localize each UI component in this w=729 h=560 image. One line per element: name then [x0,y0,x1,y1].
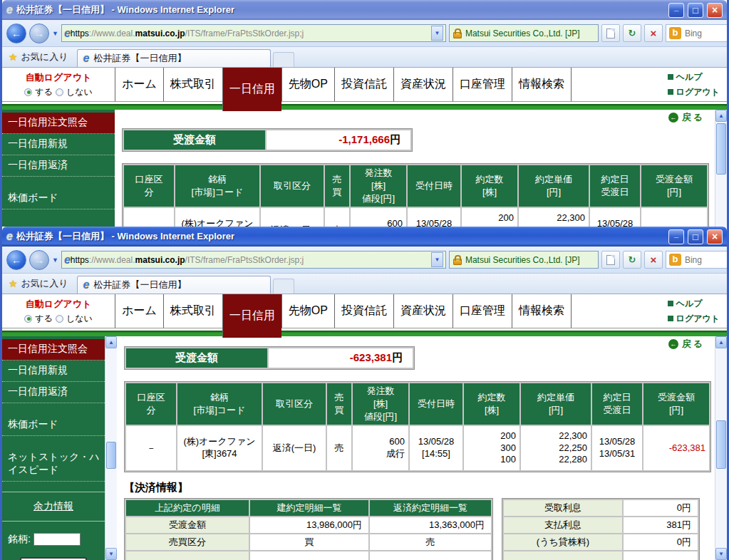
lock-icon [453,259,462,265]
minimize-button[interactable] [668,3,684,18]
sidebar-item-netstock-highspeed[interactable]: ネットストック・ハイスピード [2,447,105,482]
scroll-thumb[interactable] [716,420,726,469]
forward-button[interactable] [29,24,49,43]
back-page-link[interactable]: 戻る [668,338,705,351]
nav-tab-futures[interactable]: 先物OP [281,294,334,328]
help-link[interactable]: ヘルプ [668,298,720,310]
nav-tab-futures[interactable]: 先物OP [281,68,334,101]
nav-tab-account[interactable]: 口座管理 [453,68,512,101]
back-button[interactable] [6,24,26,43]
favorites-button[interactable]: お気に入り [6,274,75,294]
title-bar[interactable]: 松井証券【一日信用】 - Windows Internet Explorer [2,0,727,20]
symbol-search-button[interactable]: 銘柄検索 [20,557,87,560]
maximize-button[interactable] [688,3,703,18]
scroll-up-button[interactable] [715,110,727,122]
nav-tab-assets[interactable]: 資産状況 [393,68,453,101]
tab-title: 松井証券【一日信用】 [93,52,186,65]
browser-tab[interactable]: 松井証券【一日信用】 [77,49,271,67]
settlement-info-title: 【決済情報】 [124,481,715,494]
scroll-down-button[interactable] [105,548,117,560]
scroll-up-button[interactable] [715,336,727,348]
url-field[interactable]: https://www.deal.matsui.co.jp/ITS/frame/… [61,24,446,42]
back-page-link[interactable]: 戻る [668,111,705,124]
logout-link[interactable]: ログアウト [668,313,720,325]
history-dropdown[interactable] [52,30,58,37]
page-content: 一日信用注文照会 一日信用新規 一日信用返済 株価ボード ネットストック・ハイス… [2,336,727,560]
security-badge[interactable]: Matsui Securities Co.,Ltd. [JP] [449,24,599,42]
scroll-down-button[interactable] [715,548,727,560]
favorites-button[interactable]: お気に入り [6,48,75,67]
url-dropdown-button[interactable] [431,252,443,267]
nav-tab-account[interactable]: 口座管理 [453,294,512,328]
compatibility-button[interactable] [601,24,620,42]
open-detail-link[interactable]: 建約定明細一覧 [250,500,368,516]
new-tab-stub[interactable] [273,52,294,67]
scroll-thumb[interactable] [716,123,726,175]
auto-logout-on-radio[interactable] [24,315,32,323]
nav-tab-info[interactable]: 情報検索 [512,68,572,101]
interest-table: 受取利息 0円 支払利息 381円 (うち貸株料) 0円 [502,498,700,560]
nav-tab-daymargin[interactable]: 一日信用 [222,294,281,338]
forward-button[interactable] [29,250,49,270]
minimize-button[interactable] [668,229,684,244]
nav-tab-daymargin[interactable]: 一日信用 [222,68,281,111]
nav-tab-home[interactable]: ホーム [115,68,163,101]
scroll-up-button[interactable] [105,336,117,348]
sidebar-item-new[interactable]: 一日信用新規 [2,361,105,382]
margin-info-link[interactable]: 余力情報 [2,492,105,522]
refresh-button[interactable] [623,251,641,269]
sidebar-scrollbar[interactable] [105,336,117,560]
nav-tab-assets[interactable]: 資産状況 [393,294,453,328]
triangle-up-icon [718,113,724,119]
url-dropdown-button[interactable] [431,26,443,41]
help-link[interactable]: ヘルプ [668,71,720,83]
search-input[interactable] [685,28,729,38]
stop-button[interactable] [644,24,663,42]
compatibility-button[interactable] [601,251,620,269]
logout-link[interactable]: ログアウト [668,86,720,98]
security-badge[interactable]: Matsui Securities Co.,Ltd. [JP] [449,251,599,269]
summary-value: -623,381円 [269,348,413,368]
main-scrollbar[interactable] [715,110,727,229]
back-button[interactable] [6,250,26,270]
close-button[interactable] [707,3,723,18]
sidebar-item-repay[interactable]: 一日信用返済 [2,155,115,177]
browser-tab[interactable]: 松井証券【一日信用】 [77,276,271,294]
stop-button[interactable] [644,251,663,269]
nav-tab-stock[interactable]: 株式取引 [163,294,222,328]
history-dropdown[interactable] [52,256,58,264]
sidebar-item-order-inquiry[interactable]: 一日信用注文照会 [2,339,105,361]
close-button[interactable] [707,229,723,244]
auto-logout-on-label: する [35,313,53,325]
nav-tab-funds[interactable]: 投資信託 [334,294,393,328]
page-icon [606,255,615,265]
symbol-input[interactable] [33,533,81,546]
new-tab-stub[interactable] [273,279,294,294]
symbol-label: 銘柄: [8,533,31,546]
auto-logout-off-radio[interactable] [56,88,63,96]
scroll-thumb[interactable] [106,442,116,469]
auto-logout-on-radio[interactable] [24,88,32,96]
nav-tab-funds[interactable]: 投資信託 [334,68,393,101]
back-circle-icon [668,113,678,123]
sidebar-item-price-board[interactable]: 株価ボード [2,188,115,209]
url-field[interactable]: https://www.deal.matsui.co.jp/ITS/frame/… [61,251,446,269]
triangle-down-icon [718,551,724,557]
sidebar-item-order-inquiry[interactable]: 一日信用注文照会 [2,113,115,134]
back-arrow-icon [11,254,21,266]
sidebar-item-repay[interactable]: 一日信用返済 [2,382,105,403]
nav-tab-info[interactable]: 情報検索 [512,294,572,328]
auto-logout-off-radio[interactable] [56,315,63,323]
search-input[interactable] [685,255,729,265]
page-content: 一日信用注文照会 一日信用新規 一日信用返済 株価ボード 戻る 受渡金額 -1,… [2,110,727,229]
sidebar-item-new[interactable]: 一日信用新規 [2,134,115,155]
main-scrollbar[interactable] [715,336,727,560]
page-favicon-icon [64,254,71,266]
title-bar[interactable]: 松井証券【一日信用】 - Windows Internet Explorer [2,227,727,247]
close-detail-link[interactable]: 返済約定明細一覧 [370,500,491,516]
sidebar-item-price-board[interactable]: 株価ボード [2,415,105,436]
nav-tab-home[interactable]: ホーム [115,294,163,328]
refresh-button[interactable] [623,24,641,42]
nav-tab-stock[interactable]: 株式取引 [163,68,222,101]
maximize-button[interactable] [688,229,703,244]
